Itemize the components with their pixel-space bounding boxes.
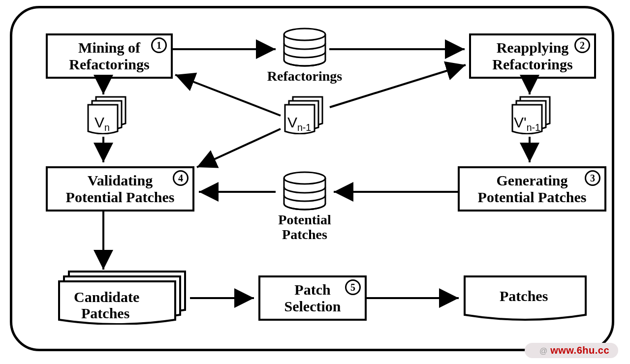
- box-generating: 3 Generating Potential Patches: [458, 166, 606, 212]
- step-number-2: 2: [574, 37, 590, 53]
- box-reapplying-line1: Reapplying: [497, 39, 569, 57]
- doc-candidate-line1: Candidate: [74, 289, 139, 305]
- db-potential-line2: Patches: [251, 227, 359, 242]
- step-number-5: 5: [345, 279, 361, 295]
- watermark: @ www.6hu.cc: [525, 343, 618, 358]
- box-patchsel-line1: Patch: [294, 281, 330, 299]
- svg-point-0: [284, 29, 325, 40]
- db-refactorings-label: Refactorings: [251, 69, 359, 83]
- db-refactorings-icon: [280, 28, 329, 67]
- box-mining-line1: Mining of: [78, 39, 140, 57]
- doc-vnm1-label: Vn-1: [287, 114, 311, 133]
- box-patchsel-line2: Selection: [284, 298, 341, 315]
- box-generating-line1: Generating: [497, 172, 568, 189]
- doc-patches-label: Patches: [500, 288, 548, 304]
- box-reapplying-line2: Refactorings: [492, 56, 572, 73]
- box-mining: 1 Mining of Refactorings: [46, 33, 173, 79]
- db-potential-patches-icon: [280, 171, 329, 211]
- box-validating: 4 Validating Potential Patches: [46, 166, 194, 212]
- doc-vn-label: Vn: [94, 114, 110, 133]
- step-number-3: 3: [585, 170, 600, 186]
- watermark-at: @: [539, 347, 547, 356]
- box-generating-line2: Potential Patches: [478, 189, 587, 206]
- step-number-1: 1: [151, 37, 167, 53]
- box-patch-selection: 5 Patch Selection: [258, 275, 367, 321]
- box-mining-line2: Refactorings: [69, 56, 149, 73]
- db-potential-line1: Potential: [251, 212, 359, 227]
- step-number-4: 4: [173, 170, 189, 186]
- doc-candidate-line2: Patches: [81, 305, 129, 322]
- svg-point-1: [284, 172, 325, 184]
- doc-vnp-label: V'n-1: [514, 114, 540, 133]
- watermark-url: www.6hu.cc: [550, 345, 609, 356]
- box-validating-line2: Potential Patches: [66, 189, 175, 206]
- box-reapplying: 2 Reapplying Refactorings: [469, 33, 596, 79]
- box-validating-line1: Validating: [88, 172, 153, 189]
